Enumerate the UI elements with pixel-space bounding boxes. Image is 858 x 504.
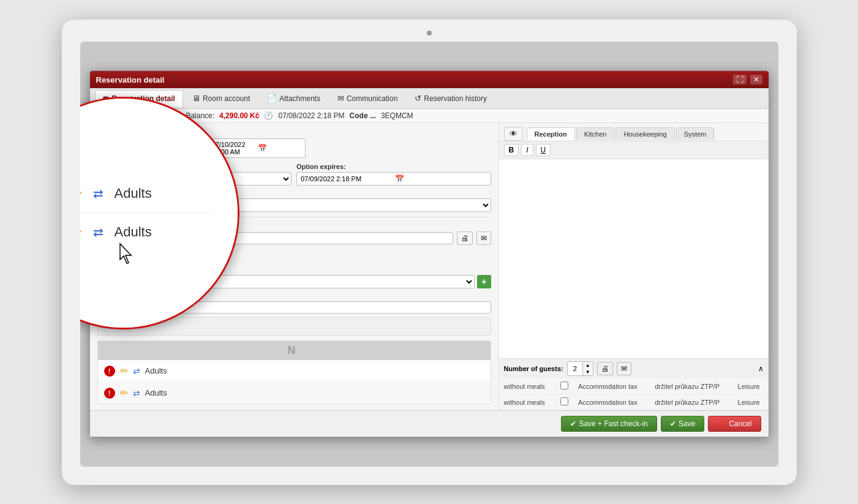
tab-reservation-history[interactable]: ↺ Reservation history [407, 90, 495, 107]
eye-button[interactable]: 👁 [504, 127, 523, 141]
zoom-row-2: ! ✏ ⇄ Adults [80, 213, 213, 251]
count-down-arrow[interactable]: ▼ [583, 369, 593, 375]
cancel-button[interactable]: 🚫 Cancel [708, 416, 761, 432]
accommodation-tax-checkbox-2[interactable] [560, 397, 568, 405]
datetime-value: 07/08/2022 2:18 PM [278, 111, 344, 120]
cursor-container [119, 243, 136, 266]
count-up-arrow[interactable]: ▲ [583, 362, 593, 369]
svg-marker-0 [120, 244, 131, 263]
calendar-to-icon[interactable]: 📅 [258, 144, 301, 152]
dialog-controls: ⛶ ✕ [733, 75, 762, 85]
swap-icon-2[interactable]: ⇄ [133, 388, 140, 398]
option-expires-group: Option expires: 07/09/2022 2:18 PM 📅 [296, 163, 491, 186]
add-source-button[interactable]: + [477, 275, 491, 288]
dialog-titlebar: Reservation detail ⛶ ✕ [90, 71, 769, 88]
right-tab-reception[interactable]: Reception [527, 127, 575, 140]
guests-count-bar: Number of guests: 2 ▲ ▼ 🖨 ✉ ∧ [499, 358, 769, 378]
laptop-frame: Reservation detail ⛶ ✕ ✏ Reservation det… [62, 20, 797, 485]
zoom-row-1: ! ✏ ⇄ Adults [80, 175, 213, 213]
table-row: without meals Accommodation tax držitel … [499, 378, 769, 394]
cancel-icon: 🚫 [717, 419, 726, 428]
guest-label-2: Adults [145, 388, 167, 397]
tax-cb-2[interactable] [555, 394, 573, 410]
holder-1: držitel průkazu ZTP/P [650, 378, 732, 394]
italic-button[interactable]: I [521, 144, 533, 156]
laptop-camera [427, 31, 432, 36]
monitor-icon: 🖥 [192, 94, 200, 103]
check-icon-2: ✔ [670, 419, 676, 428]
count-arrows: ▲ ▼ [582, 362, 593, 375]
meal-1: without meals [499, 378, 556, 394]
guests-count-label: Number of guests: [504, 365, 563, 372]
zoom-label-1: Adults [115, 186, 152, 201]
bottom-bar: ✔ Save + Fast check-in ✔ Save 🚫 Cancel [90, 410, 769, 437]
reception-notes-textarea[interactable] [499, 159, 769, 358]
save-fast-checkin-label: Save + Fast check-in [579, 419, 647, 428]
collapse-btn[interactable]: ∧ [758, 364, 764, 373]
calendar-expires-icon[interactable]: 📅 [395, 175, 487, 183]
tab-communication[interactable]: ✉ Communication [329, 90, 405, 107]
option-expires-value: 07/09/2022 2:18 PM [301, 175, 393, 182]
purpose-1: Leisure [733, 378, 769, 394]
maximize-button[interactable]: ⛶ [733, 75, 747, 85]
table-row: without meals Accommodation tax držitel … [499, 394, 769, 410]
holder-2: držitel průkazu ZTP/P [650, 394, 732, 410]
laptop-screen: Reservation detail ⛶ ✕ ✏ Reservation det… [80, 42, 778, 467]
tabs-bar: ✏ Reservation detail 🖥 Room account 📄 At… [90, 88, 769, 109]
guests-print-button[interactable]: 🖨 [597, 362, 613, 375]
text-editor-toolbar: B I U [499, 141, 769, 159]
right-tabs: 👁 Reception Kitchen Housekeeping System [499, 123, 769, 141]
underline-button[interactable]: U [536, 144, 551, 156]
zoom-swap-icon-1[interactable]: ⇄ [93, 186, 103, 201]
check-icon-1: ✔ [570, 419, 576, 428]
tax-cb-1[interactable] [555, 378, 573, 394]
guest-row-2: ! ✏ ⇄ Adults [98, 382, 491, 404]
close-button[interactable]: ✕ [750, 75, 762, 85]
save-button[interactable]: ✔ Save [661, 416, 704, 432]
history-icon: ↺ [415, 94, 421, 103]
error-icon-1: ! [104, 366, 115, 377]
zoom-swap-icon-2[interactable]: ⇄ [93, 225, 103, 239]
guest-row-1: ! ✏ ⇄ Adults [98, 360, 491, 382]
zoom-edit-icon-2[interactable]: ✏ [80, 224, 82, 240]
edit-icon-2[interactable]: ✏ [120, 387, 128, 399]
tab-attachments-label: Attachments [279, 94, 320, 103]
swap-icon-1[interactable]: ⇄ [133, 366, 140, 376]
balance-value: 4,290.00 Kč [219, 111, 259, 120]
right-tab-kitchen[interactable]: Kitchen [576, 127, 615, 140]
voucher-print-button[interactable]: 🖨 [457, 231, 473, 245]
zoom-edit-icon-1[interactable]: ✏ [80, 186, 82, 201]
guests-count-value: 2 [568, 364, 582, 374]
clock-icon: 🕐 [264, 111, 273, 120]
attachment-icon: 📄 [267, 94, 277, 103]
guests-table: without meals Accommodation tax držitel … [499, 378, 769, 410]
envelope-icon: ✉ [337, 94, 344, 103]
right-tab-system[interactable]: System [676, 127, 715, 140]
guests-header: N [98, 341, 491, 360]
guests-mail-button[interactable]: ✉ [617, 362, 631, 375]
bold-button[interactable]: B [504, 144, 519, 156]
dialog-title: Reservation detail [96, 75, 165, 85]
accommodation-tax-checkbox-1[interactable] [560, 382, 568, 389]
save-label: Save [679, 419, 695, 428]
voucher-mail-button[interactable]: ✉ [476, 231, 491, 245]
code-value: 3EQMCM [381, 111, 413, 120]
accommodation-tax-2: Accommodation tax [573, 394, 650, 410]
right-tab-housekeeping[interactable]: Housekeeping [615, 127, 674, 140]
purpose-2: Leisure [733, 394, 769, 410]
guests-area: N ! ✏ ⇄ Adults ! ✏ ⇄ Adults [97, 340, 491, 404]
save-fast-checkin-button[interactable]: ✔ Save + Fast check-in [561, 416, 657, 432]
tab-communication-label: Communication [347, 94, 397, 103]
zoom-label-2: Adults [115, 224, 152, 240]
guests-count-stepper: 2 ▲ ▼ [567, 361, 593, 376]
cursor-icon [119, 243, 136, 265]
tab-attachments[interactable]: 📄 Attachments [259, 90, 328, 107]
tab-room-account[interactable]: 🖥 Room account [184, 90, 258, 107]
guest-label-1: Adults [145, 366, 167, 375]
right-panel: 👁 Reception Kitchen Housekeeping System … [499, 123, 769, 410]
option-expires-input[interactable]: 07/09/2022 2:18 PM 📅 [296, 172, 491, 186]
option-expires-label: Option expires: [296, 163, 491, 170]
cancel-label: Cancel [729, 419, 751, 428]
tab-room-account-label: Room account [203, 94, 250, 103]
edit-icon-1[interactable]: ✏ [120, 365, 128, 377]
